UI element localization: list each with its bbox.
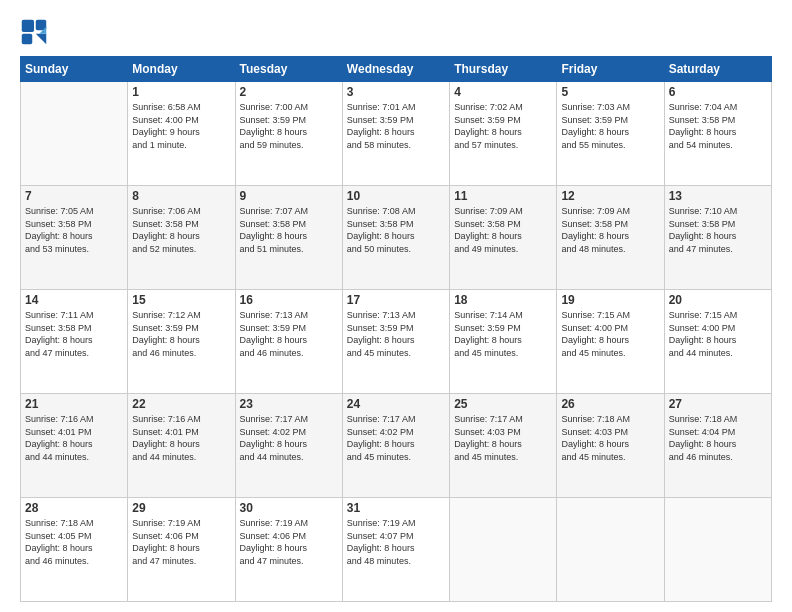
calendar-cell: 13Sunrise: 7:10 AM Sunset: 3:58 PM Dayli… bbox=[664, 186, 771, 290]
cell-info: Sunrise: 7:10 AM Sunset: 3:58 PM Dayligh… bbox=[669, 205, 767, 255]
weekday-header-wednesday: Wednesday bbox=[342, 57, 449, 82]
day-number: 27 bbox=[669, 397, 767, 411]
cell-info: Sunrise: 7:17 AM Sunset: 4:03 PM Dayligh… bbox=[454, 413, 552, 463]
cell-info: Sunrise: 7:17 AM Sunset: 4:02 PM Dayligh… bbox=[240, 413, 338, 463]
cell-info: Sunrise: 7:18 AM Sunset: 4:03 PM Dayligh… bbox=[561, 413, 659, 463]
calendar-cell: 31Sunrise: 7:19 AM Sunset: 4:07 PM Dayli… bbox=[342, 498, 449, 602]
calendar-cell: 17Sunrise: 7:13 AM Sunset: 3:59 PM Dayli… bbox=[342, 290, 449, 394]
calendar-cell: 20Sunrise: 7:15 AM Sunset: 4:00 PM Dayli… bbox=[664, 290, 771, 394]
calendar-row-4: 28Sunrise: 7:18 AM Sunset: 4:05 PM Dayli… bbox=[21, 498, 772, 602]
calendar-cell: 15Sunrise: 7:12 AM Sunset: 3:59 PM Dayli… bbox=[128, 290, 235, 394]
cell-info: Sunrise: 7:13 AM Sunset: 3:59 PM Dayligh… bbox=[240, 309, 338, 359]
calendar-row-1: 7Sunrise: 7:05 AM Sunset: 3:58 PM Daylig… bbox=[21, 186, 772, 290]
cell-info: Sunrise: 7:18 AM Sunset: 4:04 PM Dayligh… bbox=[669, 413, 767, 463]
calendar-cell: 16Sunrise: 7:13 AM Sunset: 3:59 PM Dayli… bbox=[235, 290, 342, 394]
logo-icon bbox=[20, 18, 48, 46]
day-number: 2 bbox=[240, 85, 338, 99]
calendar-cell bbox=[557, 498, 664, 602]
day-number: 13 bbox=[669, 189, 767, 203]
cell-info: Sunrise: 7:08 AM Sunset: 3:58 PM Dayligh… bbox=[347, 205, 445, 255]
calendar-cell: 5Sunrise: 7:03 AM Sunset: 3:59 PM Daylig… bbox=[557, 82, 664, 186]
day-number: 10 bbox=[347, 189, 445, 203]
svg-rect-2 bbox=[22, 34, 33, 45]
cell-info: Sunrise: 7:03 AM Sunset: 3:59 PM Dayligh… bbox=[561, 101, 659, 151]
cell-info: Sunrise: 7:05 AM Sunset: 3:58 PM Dayligh… bbox=[25, 205, 123, 255]
cell-info: Sunrise: 7:07 AM Sunset: 3:58 PM Dayligh… bbox=[240, 205, 338, 255]
cell-info: Sunrise: 7:09 AM Sunset: 3:58 PM Dayligh… bbox=[561, 205, 659, 255]
cell-info: Sunrise: 7:16 AM Sunset: 4:01 PM Dayligh… bbox=[25, 413, 123, 463]
calendar-row-0: 1Sunrise: 6:58 AM Sunset: 4:00 PM Daylig… bbox=[21, 82, 772, 186]
calendar-cell bbox=[21, 82, 128, 186]
header bbox=[20, 18, 772, 46]
calendar-cell: 18Sunrise: 7:14 AM Sunset: 3:59 PM Dayli… bbox=[450, 290, 557, 394]
day-number: 25 bbox=[454, 397, 552, 411]
calendar-cell: 3Sunrise: 7:01 AM Sunset: 3:59 PM Daylig… bbox=[342, 82, 449, 186]
cell-info: Sunrise: 7:02 AM Sunset: 3:59 PM Dayligh… bbox=[454, 101, 552, 151]
day-number: 8 bbox=[132, 189, 230, 203]
cell-info: Sunrise: 7:04 AM Sunset: 3:58 PM Dayligh… bbox=[669, 101, 767, 151]
calendar-cell bbox=[450, 498, 557, 602]
calendar-cell: 22Sunrise: 7:16 AM Sunset: 4:01 PM Dayli… bbox=[128, 394, 235, 498]
calendar-cell: 27Sunrise: 7:18 AM Sunset: 4:04 PM Dayli… bbox=[664, 394, 771, 498]
day-number: 21 bbox=[25, 397, 123, 411]
calendar-cell: 23Sunrise: 7:17 AM Sunset: 4:02 PM Dayli… bbox=[235, 394, 342, 498]
day-number: 6 bbox=[669, 85, 767, 99]
calendar-cell: 21Sunrise: 7:16 AM Sunset: 4:01 PM Dayli… bbox=[21, 394, 128, 498]
calendar-cell: 11Sunrise: 7:09 AM Sunset: 3:58 PM Dayli… bbox=[450, 186, 557, 290]
calendar-cell: 12Sunrise: 7:09 AM Sunset: 3:58 PM Dayli… bbox=[557, 186, 664, 290]
day-number: 30 bbox=[240, 501, 338, 515]
day-number: 31 bbox=[347, 501, 445, 515]
calendar-cell: 7Sunrise: 7:05 AM Sunset: 3:58 PM Daylig… bbox=[21, 186, 128, 290]
calendar-cell: 6Sunrise: 7:04 AM Sunset: 3:58 PM Daylig… bbox=[664, 82, 771, 186]
calendar-table: SundayMondayTuesdayWednesdayThursdayFrid… bbox=[20, 56, 772, 602]
cell-info: Sunrise: 7:19 AM Sunset: 4:06 PM Dayligh… bbox=[240, 517, 338, 567]
day-number: 18 bbox=[454, 293, 552, 307]
day-number: 14 bbox=[25, 293, 123, 307]
day-number: 19 bbox=[561, 293, 659, 307]
weekday-header-sunday: Sunday bbox=[21, 57, 128, 82]
day-number: 3 bbox=[347, 85, 445, 99]
calendar-row-3: 21Sunrise: 7:16 AM Sunset: 4:01 PM Dayli… bbox=[21, 394, 772, 498]
day-number: 9 bbox=[240, 189, 338, 203]
calendar-cell: 25Sunrise: 7:17 AM Sunset: 4:03 PM Dayli… bbox=[450, 394, 557, 498]
calendar-cell: 4Sunrise: 7:02 AM Sunset: 3:59 PM Daylig… bbox=[450, 82, 557, 186]
cell-info: Sunrise: 7:12 AM Sunset: 3:59 PM Dayligh… bbox=[132, 309, 230, 359]
day-number: 28 bbox=[25, 501, 123, 515]
cell-info: Sunrise: 7:18 AM Sunset: 4:05 PM Dayligh… bbox=[25, 517, 123, 567]
day-number: 26 bbox=[561, 397, 659, 411]
weekday-header-friday: Friday bbox=[557, 57, 664, 82]
cell-info: Sunrise: 7:16 AM Sunset: 4:01 PM Dayligh… bbox=[132, 413, 230, 463]
calendar-cell bbox=[664, 498, 771, 602]
calendar-cell: 10Sunrise: 7:08 AM Sunset: 3:58 PM Dayli… bbox=[342, 186, 449, 290]
cell-info: Sunrise: 7:15 AM Sunset: 4:00 PM Dayligh… bbox=[669, 309, 767, 359]
calendar-cell: 14Sunrise: 7:11 AM Sunset: 3:58 PM Dayli… bbox=[21, 290, 128, 394]
day-number: 24 bbox=[347, 397, 445, 411]
calendar-cell: 2Sunrise: 7:00 AM Sunset: 3:59 PM Daylig… bbox=[235, 82, 342, 186]
day-number: 23 bbox=[240, 397, 338, 411]
calendar-cell: 28Sunrise: 7:18 AM Sunset: 4:05 PM Dayli… bbox=[21, 498, 128, 602]
cell-info: Sunrise: 7:13 AM Sunset: 3:59 PM Dayligh… bbox=[347, 309, 445, 359]
calendar-cell: 26Sunrise: 7:18 AM Sunset: 4:03 PM Dayli… bbox=[557, 394, 664, 498]
day-number: 7 bbox=[25, 189, 123, 203]
weekday-header-monday: Monday bbox=[128, 57, 235, 82]
weekday-header-thursday: Thursday bbox=[450, 57, 557, 82]
calendar-cell: 24Sunrise: 7:17 AM Sunset: 4:02 PM Dayli… bbox=[342, 394, 449, 498]
day-number: 1 bbox=[132, 85, 230, 99]
cell-info: Sunrise: 7:19 AM Sunset: 4:06 PM Dayligh… bbox=[132, 517, 230, 567]
day-number: 12 bbox=[561, 189, 659, 203]
day-number: 4 bbox=[454, 85, 552, 99]
cell-info: Sunrise: 7:11 AM Sunset: 3:58 PM Dayligh… bbox=[25, 309, 123, 359]
cell-info: Sunrise: 6:58 AM Sunset: 4:00 PM Dayligh… bbox=[132, 101, 230, 151]
cell-info: Sunrise: 7:06 AM Sunset: 3:58 PM Dayligh… bbox=[132, 205, 230, 255]
day-number: 29 bbox=[132, 501, 230, 515]
calendar-cell: 30Sunrise: 7:19 AM Sunset: 4:06 PM Dayli… bbox=[235, 498, 342, 602]
calendar-cell: 29Sunrise: 7:19 AM Sunset: 4:06 PM Dayli… bbox=[128, 498, 235, 602]
calendar-cell: 8Sunrise: 7:06 AM Sunset: 3:58 PM Daylig… bbox=[128, 186, 235, 290]
cell-info: Sunrise: 7:09 AM Sunset: 3:58 PM Dayligh… bbox=[454, 205, 552, 255]
cell-info: Sunrise: 7:19 AM Sunset: 4:07 PM Dayligh… bbox=[347, 517, 445, 567]
day-number: 22 bbox=[132, 397, 230, 411]
cell-info: Sunrise: 7:15 AM Sunset: 4:00 PM Dayligh… bbox=[561, 309, 659, 359]
day-number: 20 bbox=[669, 293, 767, 307]
calendar-row-2: 14Sunrise: 7:11 AM Sunset: 3:58 PM Dayli… bbox=[21, 290, 772, 394]
svg-marker-3 bbox=[36, 34, 47, 45]
